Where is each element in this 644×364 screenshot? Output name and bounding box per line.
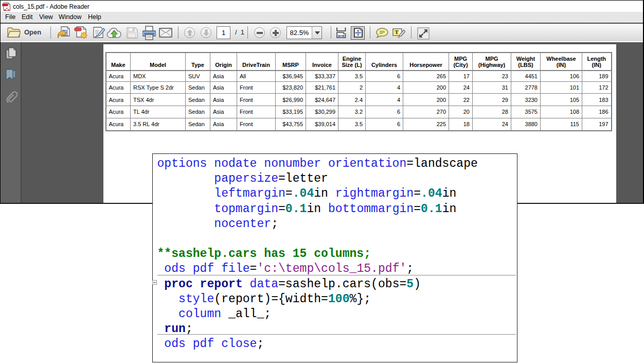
svg-text:T: T [395,29,399,35]
